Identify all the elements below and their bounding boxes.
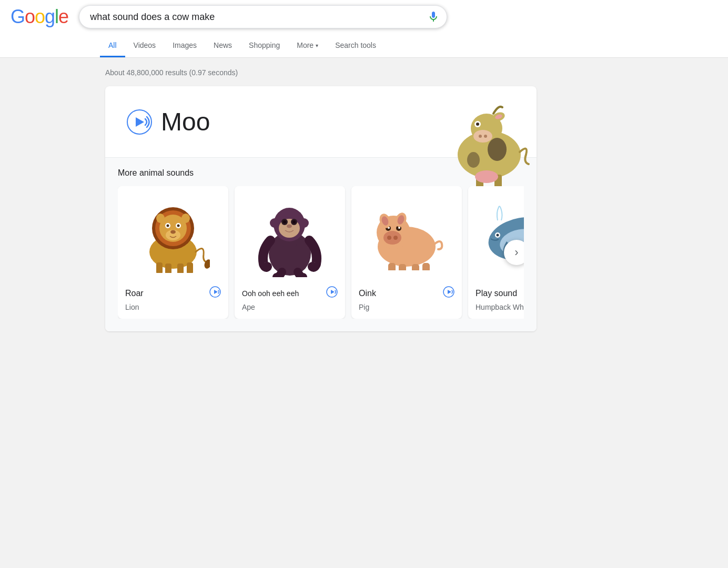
whale-info: Play sound Humpback Whale — [468, 281, 524, 319]
pig-illustration — [367, 197, 446, 270]
svg-point-47 — [299, 218, 309, 228]
tab-news[interactable]: News — [205, 35, 240, 57]
svg-rect-19 — [165, 263, 171, 273]
tab-images[interactable]: Images — [164, 35, 205, 57]
svg-rect-20 — [177, 263, 184, 273]
svg-point-58 — [398, 227, 400, 229]
svg-marker-36 — [214, 290, 218, 294]
pig-info: Oink Pig — [351, 281, 462, 319]
svg-point-12 — [488, 138, 507, 161]
lion-name: Lion — [125, 303, 221, 311]
svg-rect-65 — [412, 264, 419, 270]
lion-info: Roar Lion — [118, 281, 228, 319]
svg-point-45 — [287, 224, 292, 228]
search-input[interactable] — [79, 5, 447, 28]
svg-point-9 — [476, 123, 479, 126]
svg-point-16 — [475, 170, 498, 183]
pig-play-icon[interactable] — [443, 286, 454, 301]
lion-play-icon[interactable] — [209, 286, 221, 301]
ape-play-icon[interactable] — [326, 286, 338, 301]
whale-image — [468, 186, 524, 281]
svg-point-32 — [177, 225, 180, 227]
pig-name: Pig — [359, 303, 454, 311]
google-logo: Google — [11, 6, 68, 28]
nav-tabs: All Videos Images News Shopping More ▾ S… — [11, 35, 717, 57]
svg-point-33 — [156, 214, 165, 223]
svg-point-6 — [479, 135, 482, 138]
svg-point-13 — [467, 152, 480, 168]
tab-more[interactable]: More ▾ — [288, 35, 327, 57]
animal-cards-row: Roar Lion — [118, 186, 524, 319]
whale-name: Humpback Whale — [476, 303, 524, 311]
lion-illustration — [136, 194, 210, 273]
animal-card-lion[interactable]: Roar Lion — [118, 186, 228, 319]
svg-rect-63 — [388, 263, 396, 270]
svg-point-54 — [393, 236, 398, 240]
svg-point-34 — [181, 214, 190, 223]
ape-info: Ooh ooh eeh eeh Ape — [235, 281, 345, 319]
lion-sound-label: Roar — [125, 289, 144, 298]
animal-card-ape[interactable]: Ooh ooh eeh eeh Ape — [235, 186, 345, 319]
results-count: About 48,800,000 results (0.97 seconds) — [105, 68, 537, 77]
sound-icon-moo[interactable] — [126, 109, 153, 135]
moo-section: Moo — [105, 86, 537, 157]
search-box-wrapper — [79, 5, 447, 28]
tab-search-tools[interactable]: Search tools — [327, 35, 385, 57]
svg-point-46 — [270, 218, 279, 228]
svg-point-52 — [383, 231, 401, 245]
svg-marker-1 — [136, 117, 144, 127]
svg-marker-49 — [331, 290, 335, 294]
pig-sound-label: Oink — [359, 289, 376, 298]
svg-marker-68 — [448, 290, 451, 294]
more-chevron: ▾ — [316, 43, 318, 48]
svg-rect-18 — [156, 262, 163, 273]
ape-sound-label: Ooh ooh eeh eeh — [242, 289, 299, 298]
pig-image — [351, 186, 462, 281]
svg-point-53 — [387, 236, 391, 240]
voice-icon[interactable] — [427, 11, 440, 23]
svg-point-30 — [167, 225, 169, 227]
svg-rect-64 — [399, 264, 406, 270]
tab-videos[interactable]: Videos — [125, 35, 165, 57]
svg-point-72 — [496, 234, 499, 237]
ape-name: Ape — [242, 303, 338, 311]
animal-card-pig[interactable]: Oink Pig — [351, 186, 462, 319]
cow-illustration — [431, 86, 537, 191]
cow-image — [431, 86, 537, 191]
lion-image — [118, 186, 228, 281]
top-row: Google — [11, 5, 717, 35]
logo-area: Google — [11, 6, 68, 28]
featured-snippet: Moo — [105, 86, 537, 331]
whale-sound-label: Play sound — [476, 289, 517, 298]
svg-point-7 — [484, 135, 487, 138]
svg-point-5 — [473, 130, 492, 143]
ape-image — [235, 186, 345, 281]
svg-point-28 — [170, 230, 176, 234]
svg-rect-21 — [187, 262, 193, 273]
header: Google All Videos Images News Shopp — [0, 0, 728, 58]
main-content: About 48,800,000 results (0.97 seconds) … — [0, 58, 631, 344]
svg-rect-66 — [422, 263, 430, 270]
svg-point-44 — [292, 220, 296, 224]
ape-illustration — [256, 190, 324, 277]
moo-answer-text: Moo — [161, 107, 210, 136]
tab-all[interactable]: All — [100, 35, 125, 57]
svg-point-42 — [283, 220, 286, 224]
tab-shopping[interactable]: Shopping — [240, 35, 288, 57]
